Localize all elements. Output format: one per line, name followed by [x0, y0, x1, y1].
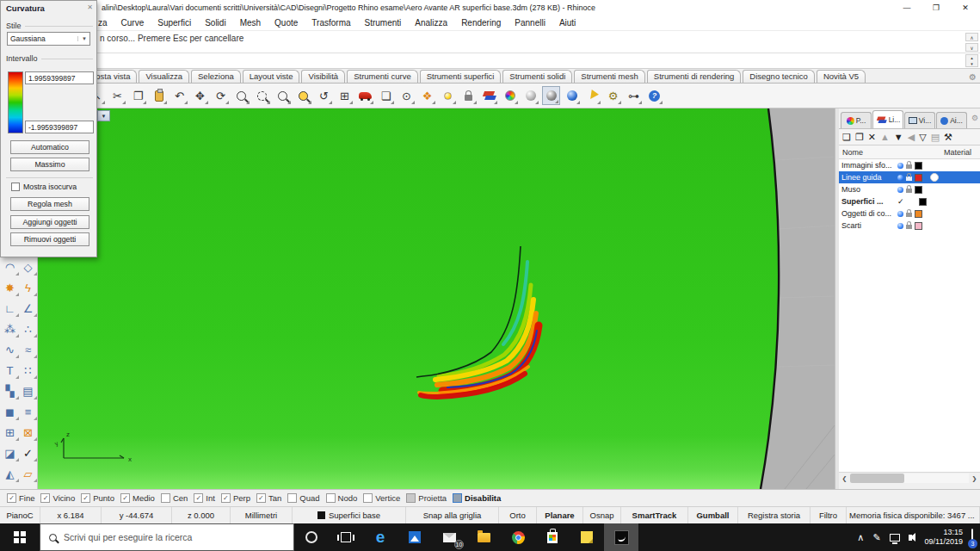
mostra-isocurva-checkbox[interactable]: Mostra isocurva: [11, 183, 77, 191]
settings-gears-icon[interactable]: ⚙: [604, 86, 622, 105]
tab-strumenti-curve[interactable]: Strumenti curve: [347, 70, 418, 83]
extract-surface-icon[interactable]: ◪: [1, 443, 19, 463]
color-wheel-icon[interactable]: [501, 86, 519, 105]
plane-icon[interactable]: ▱: [19, 463, 37, 484]
osnap-int[interactable]: ✓Int: [194, 493, 215, 503]
osnap-punto[interactable]: ✓Punto: [81, 493, 114, 503]
osnap-fine[interactable]: ✓Fine: [7, 493, 34, 503]
command-history-scrollbar[interactable]: ∧ ∨: [965, 33, 978, 52]
cortana-button[interactable]: [294, 523, 329, 551]
scrollbar-track[interactable]: [850, 474, 969, 483]
filter-icon[interactable]: ▽: [919, 132, 926, 143]
mail-button[interactable]: 10: [432, 523, 466, 551]
tab-strumenti-superfici[interactable]: Strumenti superfici: [420, 70, 502, 83]
min-value-field[interactable]: -1.9959399897: [25, 121, 94, 133]
layer-color-swatch[interactable]: [919, 198, 927, 206]
history-tree-icon[interactable]: ⊶: [625, 86, 643, 105]
tab-layout-viste[interactable]: Layout viste: [243, 70, 300, 83]
command-spinner[interactable]: ▴ ▾: [965, 54, 978, 67]
lock-icon[interactable]: [906, 225, 912, 229]
scroll-down-icon[interactable]: ∨: [965, 43, 978, 52]
regola-mesh-button[interactable]: Regola mesh: [10, 197, 89, 211]
block-edit-icon[interactable]: ⊠: [19, 422, 37, 443]
osnap-nodo[interactable]: Nodo: [326, 493, 358, 503]
status-filtro[interactable]: Filtro: [811, 507, 847, 523]
undo-view-icon[interactable]: ↺: [315, 86, 333, 105]
material-dot[interactable]: [930, 173, 939, 182]
scroll-left-icon[interactable]: ❮: [839, 473, 850, 484]
tab-display[interactable]: Vi...: [904, 112, 935, 128]
zoom-extents-icon[interactable]: [274, 86, 292, 105]
checkbox-box[interactable]: [11, 183, 20, 191]
tray-pen-icon[interactable]: ✎: [872, 532, 880, 543]
tab-strumenti-solidi[interactable]: Strumenti solidi: [502, 70, 572, 83]
solid-box-icon[interactable]: ◼: [1, 401, 19, 422]
taskbar-search[interactable]: Scrivi qui per eseguire la ricerca: [40, 523, 294, 551]
help-icon[interactable]: ?: [645, 86, 663, 105]
visibility-bulb-icon[interactable]: [897, 163, 903, 169]
tab-layers[interactable]: Li...: [872, 110, 903, 128]
osnap-quad[interactable]: Quad: [287, 493, 319, 503]
status-gumball[interactable]: Gumball: [688, 507, 738, 523]
blend-curve-icon[interactable]: ≈: [19, 339, 37, 360]
tray-chevron-icon[interactable]: ∧: [857, 532, 864, 543]
photos-button[interactable]: [398, 523, 432, 551]
rimuovi-oggetti-button[interactable]: Rimuovi oggetti: [10, 232, 89, 246]
osnap-tan[interactable]: ✓Tan: [256, 493, 281, 503]
task-view-button[interactable]: [329, 523, 363, 551]
chrome-button[interactable]: [501, 523, 535, 551]
surface-sweep-icon[interactable]: ◇: [19, 257, 37, 277]
scrollbar-thumb[interactable]: [850, 474, 904, 483]
annotate-shapes-icon[interactable]: ❖: [418, 86, 436, 105]
tab-properties[interactable]: P...: [841, 112, 872, 128]
zoom-selected-icon[interactable]: [294, 86, 312, 105]
lock-icon[interactable]: [459, 86, 478, 105]
notification-center[interactable]: 3: [971, 529, 973, 545]
osnap-vicino[interactable]: ✓Vicino: [40, 493, 75, 503]
move-down-icon[interactable]: ▼: [894, 132, 903, 142]
flatten-icon[interactable]: ∟: [1, 298, 19, 319]
layer-row-muso[interactable]: Muso: [839, 183, 980, 195]
panel-gear-icon[interactable]: ⚙: [971, 114, 978, 122]
tab-seleziona[interactable]: Seleziona: [191, 70, 241, 83]
dialog-close-icon[interactable]: ✕: [87, 3, 93, 11]
minimize-button[interactable]: —: [892, 0, 921, 15]
lock-icon[interactable]: [906, 189, 912, 193]
visibility-bulb-icon[interactable]: [897, 211, 903, 217]
restore-button[interactable]: ❐: [921, 0, 951, 15]
tab-novita-v5[interactable]: Novità V5: [817, 70, 866, 83]
lock-icon[interactable]: [906, 176, 912, 181]
status-units[interactable]: Millimetri: [231, 507, 293, 523]
render-car-icon[interactable]: [356, 86, 374, 105]
cone-icon[interactable]: ◭: [1, 463, 19, 484]
status-smarttrack[interactable]: SmartTrack: [621, 507, 688, 523]
menu-item-superfici[interactable]: Superfici: [151, 18, 198, 28]
tools-icon[interactable]: ⚒: [944, 132, 952, 143]
explorer-button[interactable]: [466, 523, 501, 551]
scroll-up-icon[interactable]: ∧: [965, 33, 978, 41]
copy-icon[interactable]: ❐: [129, 86, 147, 105]
command-input-line[interactable]: ▴ ▾: [0, 53, 980, 69]
hatch-icon[interactable]: ▤: [19, 381, 37, 401]
sticky-notes-button[interactable]: [570, 523, 604, 551]
layer-color-swatch[interactable]: [915, 162, 922, 170]
four-viewports-icon[interactable]: ⊞: [336, 86, 354, 105]
shaded-sphere-icon[interactable]: [542, 86, 560, 105]
move-back-icon[interactable]: ◀: [908, 132, 915, 143]
status-orto[interactable]: Orto: [499, 507, 537, 523]
menu-item-aiuti[interactable]: Aiuti: [552, 18, 582, 28]
layer-row-scarti[interactable]: Scarti: [839, 220, 980, 232]
menu-item-pannelli[interactable]: Pannelli: [508, 18, 552, 28]
visibility-bulb-icon[interactable]: [897, 175, 903, 181]
menu-item-analizza[interactable]: Analizza: [408, 18, 454, 28]
viewport-canvas[interactable]: x z y: [38, 108, 835, 489]
status-registra-storia[interactable]: Registra storia: [738, 507, 811, 523]
visibility-bulb-icon[interactable]: [897, 223, 903, 229]
menu-item-quote[interactable]: Quote: [268, 18, 305, 28]
tabbar-gear-icon[interactable]: ⚙: [969, 72, 977, 82]
start-button[interactable]: [0, 523, 40, 551]
status-osnap[interactable]: Osnap: [583, 507, 621, 523]
pan-hand-icon[interactable]: ✥: [191, 86, 209, 105]
move-up-icon[interactable]: ▲: [880, 132, 890, 142]
layer-color-swatch[interactable]: [915, 222, 922, 230]
